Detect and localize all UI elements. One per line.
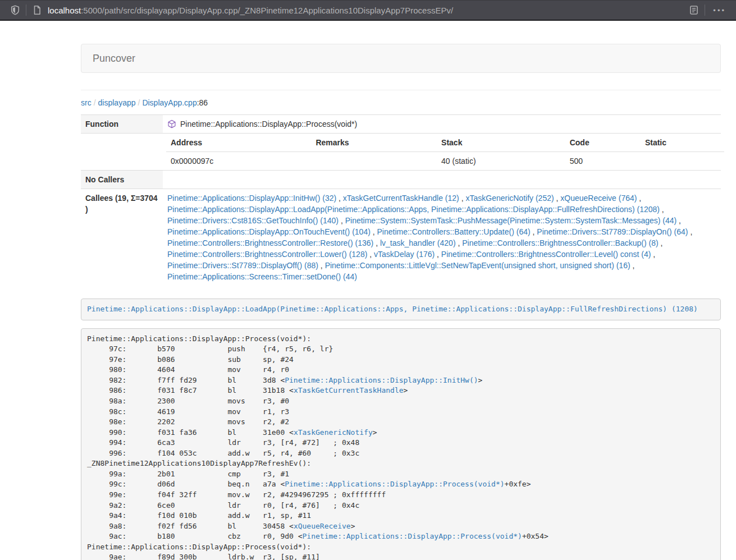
callee-link[interactable]: Pinetime::Controllers::BrightnessControl… (167, 238, 373, 247)
callee-separator: , (554, 194, 561, 203)
url-path: :5000/path/src/displayapp/DisplayApp.cpp… (81, 6, 453, 15)
callee-link[interactable]: xTaskGenericNotify (252) (465, 194, 554, 203)
callee-link[interactable]: Pinetime::Controllers::BrightnessControl… (441, 250, 651, 259)
code-symbol-link[interactable]: xQueueReceive (294, 522, 351, 530)
code-symbol-link[interactable]: Pinetime::Applications::DisplayApp::Init… (285, 376, 478, 384)
more-menu-icon[interactable]: ••• (711, 6, 728, 15)
callee-link[interactable]: Pinetime::Applications::DisplayApp::OnTo… (167, 227, 371, 236)
callee-separator: , (456, 238, 463, 247)
stack-value: 40 (static) (437, 152, 565, 171)
callee-link[interactable]: Pinetime::Drivers::St7789::DisplayOff() … (167, 261, 318, 270)
static-value (641, 152, 724, 171)
col-address: Address (166, 134, 311, 152)
col-static: Static (641, 134, 724, 152)
col-remarks: Remarks (311, 134, 437, 152)
function-name: Pinetime::Applications::DisplayApp::Proc… (180, 118, 357, 130)
callee-separator: , (630, 261, 635, 270)
callee-separator: , (371, 227, 377, 236)
no-callers-row: No Callers (81, 171, 721, 189)
code-value: 500 (565, 152, 641, 171)
col-code: Code (565, 134, 641, 152)
callee-link[interactable]: xQueueReceive (764) (560, 194, 637, 203)
function-row: Function Pinetime::Applications::Display… (81, 115, 721, 134)
breadcrumb-line-number: :86 (197, 98, 208, 107)
breadcrumb-link-displayapp[interactable]: displayapp (98, 98, 136, 107)
remarks-value (311, 152, 437, 171)
symbol-cube-icon (167, 120, 176, 128)
callee-link[interactable]: vTaskDelay (176) (374, 250, 435, 259)
reader-mode-icon[interactable] (689, 5, 699, 15)
callee-separator: , (651, 250, 655, 259)
breadcrumb: src/displayapp/DisplayApp.cpp:86 (81, 90, 721, 114)
breadcrumb-separator: / (136, 98, 143, 107)
code-symbol-link[interactable]: xTaskGenericNotify (294, 428, 373, 437)
callee-separator: , (688, 227, 693, 236)
address-value: 0x0000097c (166, 152, 311, 171)
toolbar-divider (705, 4, 705, 16)
shield-icon[interactable] (10, 5, 20, 15)
page-icon (32, 5, 42, 15)
callee-link[interactable]: Pinetime::Drivers::Cst816S::GetTouchInfo… (167, 216, 339, 225)
callee-separator: , (531, 227, 537, 236)
callee-link[interactable]: Pinetime::Applications::Screens::Timer::… (167, 272, 357, 281)
url-host: localhost (48, 6, 81, 15)
highlighted-callee-link[interactable]: Pinetime::Applications::DisplayApp::Load… (87, 305, 698, 313)
callee-separator: , (336, 194, 343, 203)
callee-link[interactable]: Pinetime::System::SystemTask::PushMessag… (345, 216, 677, 225)
col-stack: Stack (437, 134, 565, 152)
details-row: Address Remarks Stack Code Static 0x0000… (81, 134, 721, 171)
details-value-row: 0x0000097c 40 (static) 500 (166, 152, 724, 171)
callee-separator: , (435, 250, 441, 259)
breadcrumb-separator: / (92, 98, 98, 107)
no-callers-label: No Callers (81, 171, 163, 189)
details-table: Address Remarks Stack Code Static 0x0000… (166, 134, 724, 170)
code-symbol-link[interactable]: Pinetime::Applications::DisplayApp::Proc… (303, 532, 522, 540)
callees-list: Pinetime::Applications::DisplayApp::Init… (163, 189, 721, 286)
breadcrumb-link-src[interactable]: src (81, 98, 92, 107)
no-callers-empty (163, 171, 721, 189)
code-symbol-link[interactable]: Pinetime::Applications::DisplayApp::Proc… (285, 480, 504, 488)
symbol-table: Function Pinetime::Applications::Display… (81, 114, 721, 286)
callee-link[interactable]: Pinetime::Controllers::BrightnessControl… (167, 250, 367, 259)
details-label-empty (81, 134, 163, 171)
browser-toolbar: localhost:5000/path/src/displayapp/Displ… (0, 0, 736, 21)
code-symbol-link[interactable]: xTaskGetCurrentTaskHandle (294, 386, 404, 394)
callee-separator: , (660, 205, 664, 214)
callee-separator: , (637, 194, 641, 203)
callee-separator: , (318, 261, 325, 270)
navbar: Puncover (81, 44, 721, 73)
callee-link[interactable]: Pinetime::Applications::DisplayApp::Init… (167, 194, 336, 203)
callee-link[interactable]: Pinetime::Controllers::BrightnessControl… (462, 238, 658, 247)
highlighted-callee-box: Pinetime::Applications::DisplayApp::Load… (81, 299, 721, 320)
callee-link[interactable]: xTaskGetCurrentTaskHandle (12) (343, 194, 459, 203)
breadcrumb-link-file[interactable]: DisplayApp.cpp (142, 98, 196, 107)
url-bar[interactable]: localhost:5000/path/src/displayapp/Displ… (48, 6, 689, 15)
function-label: Function (81, 115, 163, 134)
details-header-row: Address Remarks Stack Code Static (166, 134, 724, 152)
callee-link[interactable]: lv_task_handler (420) (380, 238, 456, 247)
callee-separator: , (659, 238, 663, 247)
callee-link[interactable]: Pinetime::Drivers::St7789::DisplayOn() (… (537, 227, 688, 236)
callee-link[interactable]: Pinetime::Controllers::Battery::Update()… (377, 227, 531, 236)
callees-label: Callees (19, Σ=3704 ) (81, 189, 163, 286)
callee-link[interactable]: Pinetime::Components::LittleVgl::SetNewT… (325, 261, 630, 270)
callee-separator: , (367, 250, 374, 259)
app-brand[interactable]: Puncover (93, 53, 135, 65)
callee-separator: , (676, 216, 681, 225)
callee-separator: , (459, 194, 466, 203)
toolbar-divider (26, 4, 26, 16)
disassembly: Pinetime::Applications::DisplayApp::Proc… (81, 328, 721, 560)
page-container: Puncover src/displayapp/DisplayApp.cpp:8… (81, 44, 721, 560)
callee-link[interactable]: Pinetime::Applications::DisplayApp::Load… (167, 205, 660, 214)
callee-separator: , (339, 216, 345, 225)
callees-row: Callees (19, Σ=3704 ) Pinetime::Applicat… (81, 189, 721, 286)
callee-separator: , (373, 238, 380, 247)
